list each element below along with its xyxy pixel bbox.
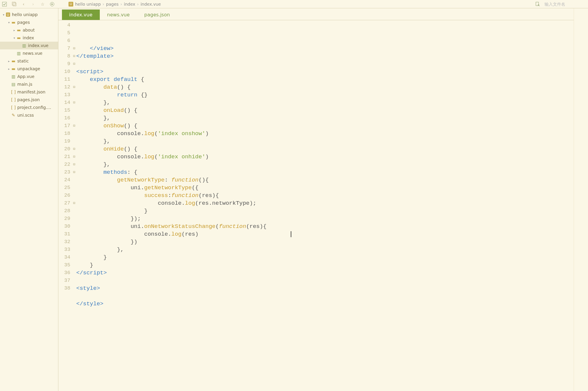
fold-marker[interactable] xyxy=(72,137,76,145)
tree-item-unpackage[interactable]: ▸▬unpackage xyxy=(0,65,58,73)
tab-pages-json[interactable]: pages.json xyxy=(137,10,177,20)
fold-marker[interactable] xyxy=(72,284,76,292)
tree-arrow-icon[interactable]: ▾ xyxy=(7,21,11,24)
tab-news-vue[interactable]: news.vue xyxy=(100,10,137,20)
code-line[interactable]: export default { xyxy=(76,76,574,83)
code-line[interactable] xyxy=(76,292,574,300)
fold-marker[interactable] xyxy=(72,114,76,122)
fold-marker[interactable]: ⊟ xyxy=(72,199,76,207)
code-line[interactable]: console.log(res.networkType); xyxy=(76,199,574,207)
fold-marker[interactable] xyxy=(72,246,76,254)
breadcrumb-item[interactable]: index xyxy=(124,2,135,7)
fold-marker[interactable]: ⊟ xyxy=(72,99,76,107)
fold-marker[interactable]: ⊟ xyxy=(72,83,76,91)
code-line[interactable]: console.log(res) xyxy=(76,230,574,238)
breadcrumb-item[interactable]: hello uniapp xyxy=(75,2,101,7)
code-line[interactable]: </view> xyxy=(76,45,574,52)
fold-marker[interactable] xyxy=(72,215,76,223)
fold-marker[interactable]: ⊟ xyxy=(72,168,76,176)
tree-item-pages[interactable]: ▾▬pages xyxy=(0,18,58,26)
nav-back-icon[interactable]: ‹ xyxy=(21,1,26,7)
fold-marker[interactable] xyxy=(72,269,76,277)
tree-item-app-vue[interactable]: ▥App.vue xyxy=(0,73,58,80)
fold-marker[interactable]: ⊟ xyxy=(72,45,76,52)
fold-marker[interactable] xyxy=(72,29,76,37)
fold-marker[interactable] xyxy=(72,68,76,76)
code-line[interactable]: }, xyxy=(76,99,574,107)
fold-marker[interactable] xyxy=(72,91,76,99)
fold-gutter[interactable]: ⊟⊟⊟⊟⊟⊟⊟⊟⊟⊟⊟ xyxy=(72,20,76,391)
tree-item-hello-uniapp[interactable]: ▾Uhello uniapp xyxy=(0,11,58,18)
code-line[interactable]: onLoad() { xyxy=(76,107,574,114)
code-line[interactable] xyxy=(76,277,574,284)
fold-marker[interactable] xyxy=(72,254,76,261)
code-line[interactable]: getNetworkType: function(){ xyxy=(76,176,574,184)
tree-item-uni-scss[interactable]: ✎uni.scss xyxy=(0,111,58,119)
run-icon[interactable] xyxy=(49,1,55,7)
tree-arrow-icon[interactable]: ▸ xyxy=(13,29,16,32)
breadcrumb-item[interactable]: index.vue xyxy=(141,2,161,7)
tree-item-index[interactable]: ▾▬index xyxy=(0,34,58,42)
fold-marker[interactable] xyxy=(72,21,76,29)
fold-marker[interactable] xyxy=(72,37,76,45)
fold-marker[interactable]: ⊟ xyxy=(72,60,76,68)
code-line[interactable]: console.log('index onhide') xyxy=(76,153,574,161)
code-editor[interactable]: 4567891011121314151617181920212223242526… xyxy=(58,20,574,391)
fold-marker[interactable]: ⊟ xyxy=(72,153,76,161)
code-content[interactable]: </view></template><script> export defaul… xyxy=(76,20,574,391)
tree-item-static[interactable]: ▸▬static xyxy=(0,57,58,65)
fold-marker[interactable]: ⊟ xyxy=(72,52,76,60)
code-line[interactable]: data() { xyxy=(76,83,574,91)
fold-marker[interactable] xyxy=(72,207,76,215)
code-line[interactable]: </style> xyxy=(76,300,574,308)
code-line[interactable]: onHide() { xyxy=(76,145,574,153)
fold-marker[interactable]: ⊟ xyxy=(72,122,76,130)
fold-marker[interactable] xyxy=(72,277,76,284)
tree-arrow-icon[interactable]: ▸ xyxy=(7,67,11,71)
code-line[interactable]: }) xyxy=(76,238,574,246)
code-line[interactable]: }, xyxy=(76,114,574,122)
code-line[interactable]: }, xyxy=(76,246,574,254)
fold-marker[interactable] xyxy=(72,176,76,184)
code-line[interactable]: <style> xyxy=(76,284,574,292)
tree-item-news-vue[interactable]: ▥news.vue xyxy=(0,49,58,57)
fold-marker[interactable] xyxy=(72,107,76,114)
code-line[interactable]: console.log('index onshow') xyxy=(76,130,574,137)
tab-index-vue[interactable]: index.vue xyxy=(62,10,100,20)
code-line[interactable] xyxy=(76,308,574,315)
fold-marker[interactable] xyxy=(72,261,76,269)
fold-marker[interactable] xyxy=(72,130,76,137)
code-line[interactable]: }, xyxy=(76,161,574,168)
tree-item-project-config-[interactable]: [ ]project.config.... xyxy=(0,104,58,111)
fold-marker[interactable] xyxy=(72,230,76,238)
file-search-input[interactable] xyxy=(545,2,586,7)
fold-marker[interactable] xyxy=(72,184,76,192)
fold-marker[interactable]: ⊟ xyxy=(72,161,76,168)
fold-marker[interactable] xyxy=(72,192,76,199)
fold-marker[interactable] xyxy=(72,238,76,246)
code-line[interactable]: return {} xyxy=(76,91,574,99)
code-line[interactable]: </script> xyxy=(76,269,574,277)
code-line[interactable]: onShow() { xyxy=(76,122,574,130)
code-line[interactable]: }, xyxy=(76,137,574,145)
code-line[interactable]: success:function(res){ xyxy=(76,192,574,199)
save-all-icon[interactable] xyxy=(11,1,17,7)
code-line[interactable]: } xyxy=(76,254,574,261)
code-line[interactable]: }); xyxy=(76,215,574,223)
tree-arrow-icon[interactable]: ▾ xyxy=(2,13,5,16)
code-line[interactable]: uni.onNetworkStatusChange(function(res){ xyxy=(76,223,574,230)
star-icon[interactable]: ☆ xyxy=(40,1,45,7)
code-line[interactable]: <script> xyxy=(76,68,574,76)
tree-arrow-icon[interactable]: ▸ xyxy=(7,60,11,63)
tree-item-main-js[interactable]: ▤main.js xyxy=(0,80,58,88)
code-line[interactable] xyxy=(76,60,574,68)
fold-marker[interactable] xyxy=(72,76,76,83)
tree-item-manifest-json[interactable]: [ ]manifest.json xyxy=(0,88,58,96)
code-line[interactable]: methods: { xyxy=(76,168,574,176)
nav-forward-icon[interactable]: › xyxy=(30,1,36,7)
tree-item-index-vue[interactable]: ▥index.vue xyxy=(0,42,58,49)
code-line[interactable]: uni.getNetworkType({ xyxy=(76,184,574,192)
fold-marker[interactable]: ⊟ xyxy=(72,145,76,153)
code-line[interactable]: } xyxy=(76,207,574,215)
code-line[interactable]: </template> xyxy=(76,52,574,60)
